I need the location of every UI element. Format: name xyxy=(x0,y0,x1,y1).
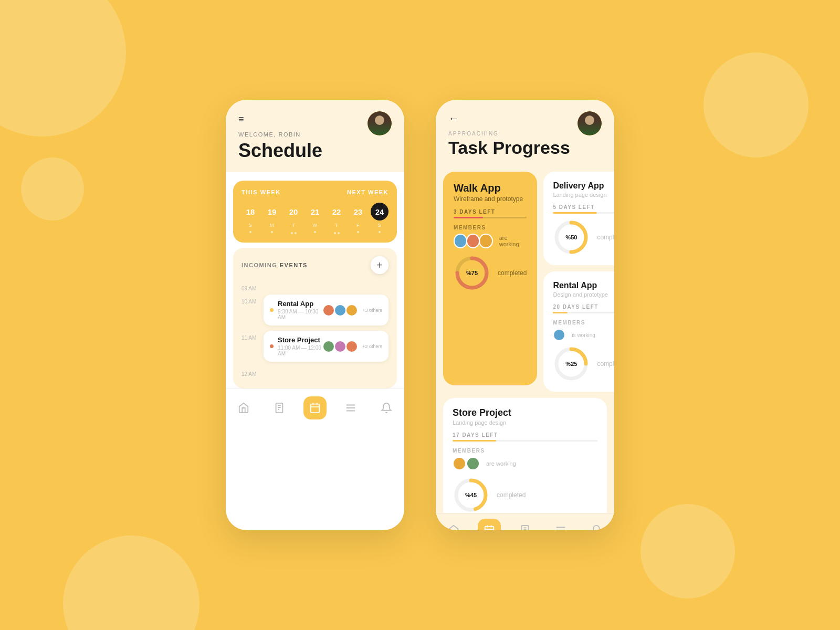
cal-day-letter: T xyxy=(292,223,295,228)
donut-center-text: %75 xyxy=(466,270,478,276)
donut-row: %45 completed xyxy=(453,477,597,513)
task-card-rental-app[interactable]: Rental App Design and prototype 20 DAYS … xyxy=(543,271,614,392)
task-phone: ← APPROACHING Task Progress Walk App Wir… xyxy=(436,100,614,530)
task-name: Delivery App xyxy=(553,181,614,191)
members-label: MEMBERS xyxy=(454,225,527,230)
donut-label: completed xyxy=(597,360,614,368)
task-name: Store Project xyxy=(453,407,597,418)
members-row: are working xyxy=(454,234,527,248)
working-label: are working xyxy=(499,235,527,247)
cal-day-23[interactable]: 23 F xyxy=(349,203,367,234)
task-title: Task Progress xyxy=(448,138,602,158)
cal-day-24[interactable]: 24 S xyxy=(371,203,388,234)
task-row-1: Walk App Wireframe and prototype 3 DAYS … xyxy=(443,172,607,392)
cal-day-num: 19 xyxy=(263,203,281,220)
member-avatar xyxy=(345,304,358,317)
donut-chart-45: %45 xyxy=(453,477,489,513)
member-avatar xyxy=(466,457,480,470)
event-name: Store Project xyxy=(278,336,322,344)
events-title: INCOMING EVENTS xyxy=(242,262,308,268)
time-label: 09 AM xyxy=(242,281,258,291)
time-label: 10 AM xyxy=(242,295,258,304)
schedule-bottom-nav xyxy=(226,388,404,429)
cal-day-21[interactable]: 21 W xyxy=(306,203,324,234)
event-avatars: +3 others xyxy=(322,304,382,317)
event-card-store[interactable]: Store Project 11:00 AM — 12:00 AM +2 oth… xyxy=(264,331,388,362)
cal-day-letter: F xyxy=(356,223,360,228)
this-week-label[interactable]: THIS WEEK xyxy=(242,189,281,195)
nav-menu[interactable] xyxy=(339,396,362,419)
member-avatar xyxy=(345,340,358,353)
member-avatar xyxy=(553,329,565,341)
next-week-label[interactable]: NEXT WEEK xyxy=(347,189,388,195)
back-button[interactable]: ← xyxy=(448,112,459,124)
task-days-left: 3 DAYS LEFT xyxy=(454,209,527,215)
donut-center-text: %50 xyxy=(565,234,577,240)
nav-bell[interactable] xyxy=(375,396,398,419)
days-bar-fill xyxy=(453,440,496,442)
donut-label: completed xyxy=(498,269,527,277)
others-label: +2 others xyxy=(362,344,382,349)
member-avatar xyxy=(453,457,466,470)
others-label: +3 others xyxy=(362,308,382,313)
week-nav: THIS WEEK NEXT WEEK xyxy=(242,189,388,195)
calendar-days: 18 S 19 M 20 T 2 xyxy=(242,203,388,234)
task-sub: Landing page design xyxy=(553,192,614,198)
donut-row: %25 completed xyxy=(553,345,614,382)
cal-dot xyxy=(295,232,297,234)
time-row-10am: 10 AM Rental App 9:30 AM — 10:30 AM +3 o xyxy=(242,295,388,326)
task-card-store-project[interactable]: Store Project Landing page design 17 DAY… xyxy=(443,398,607,513)
task-card-walk-app[interactable]: Walk App Wireframe and prototype 3 DAYS … xyxy=(443,172,537,385)
calendar-section: THIS WEEK NEXT WEEK 18 S 19 M 20 T xyxy=(233,181,397,243)
nav-home[interactable] xyxy=(232,396,255,419)
cal-day-20[interactable]: 20 T xyxy=(285,203,302,234)
nav-calendar-active[interactable] xyxy=(478,519,501,530)
cal-dot xyxy=(379,231,381,233)
task-days-left: 17 DAYS LEFT xyxy=(453,432,597,438)
nav-calendar-active[interactable] xyxy=(303,396,327,419)
nav-bell[interactable] xyxy=(585,519,608,530)
nav-home[interactable] xyxy=(442,519,465,530)
nav-document[interactable] xyxy=(513,519,537,530)
phones-container: ≡ WELCOME, ROBIN Schedule THIS WEEK NEXT… xyxy=(226,100,614,530)
task-card-delivery-app[interactable]: Delivery App Landing page design 5 DAYS … xyxy=(543,172,614,265)
cal-dot xyxy=(334,232,336,234)
donut-chart-25: %25 xyxy=(553,345,590,382)
event-dot xyxy=(270,308,274,312)
nav-menu[interactable] xyxy=(549,519,572,530)
cal-day-letter: M xyxy=(270,223,274,228)
cal-day-18[interactable]: 18 S xyxy=(242,203,259,234)
cal-day-num: 23 xyxy=(349,203,367,220)
member-avatar xyxy=(466,234,480,248)
donut-chart-50: %50 xyxy=(553,219,590,256)
schedule-header: ≡ WELCOME, ROBIN Schedule xyxy=(226,100,404,172)
welcome-label: WELCOME, ROBIN xyxy=(238,131,392,138)
cal-day-letter: T xyxy=(335,223,338,228)
avatar[interactable] xyxy=(368,111,392,135)
donut-center-text: %45 xyxy=(465,492,477,498)
cal-dot xyxy=(249,231,251,233)
cal-day-letter: S xyxy=(378,223,382,228)
event-dot xyxy=(270,344,274,348)
donut-label: completed xyxy=(597,234,614,241)
task-days-left: 20 DAYS LEFT xyxy=(553,304,614,310)
donut-row: %50 completed xyxy=(553,219,614,256)
cal-dot xyxy=(314,231,316,233)
events-header: INCOMING EVENTS + xyxy=(242,256,388,274)
time-row-12am: 12 AM xyxy=(242,367,388,377)
task-name: Walk App xyxy=(454,182,527,194)
event-info: Store Project 11:00 AM — 12:00 AM xyxy=(278,336,322,356)
members-row: is working xyxy=(553,329,614,341)
avatar[interactable] xyxy=(578,111,602,135)
cal-day-22[interactable]: 22 T xyxy=(328,203,345,234)
task-scroll: Walk App Wireframe and prototype 3 DAYS … xyxy=(436,166,614,513)
days-bar-fill xyxy=(553,312,568,313)
cal-day-19[interactable]: 19 M xyxy=(263,203,281,234)
member-avatar xyxy=(334,340,346,353)
event-card-rental[interactable]: Rental App 9:30 AM — 10:30 AM +3 others xyxy=(264,295,388,326)
time-label: 11 AM xyxy=(242,331,258,341)
days-bar xyxy=(553,212,614,214)
nav-document[interactable] xyxy=(268,396,291,419)
add-event-button[interactable]: + xyxy=(371,256,388,274)
days-bar xyxy=(553,312,614,313)
